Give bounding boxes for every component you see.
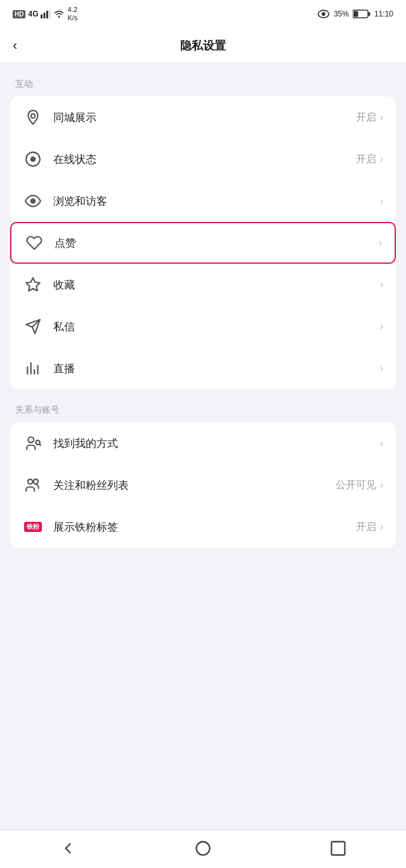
section-hudong: 互动 同城展示 开启 › 在线状态 开启 › xyxy=(0,79,406,389)
zhibo-label: 直播 xyxy=(53,361,376,376)
dianzan-label: 点赞 xyxy=(55,236,375,250)
menu-item-zaixian[interactable]: 在线状态 开启 › xyxy=(10,138,396,180)
liulan-label: 浏览和访客 xyxy=(53,194,376,209)
signal-4g: 4G xyxy=(28,10,38,18)
svg-rect-3 xyxy=(49,10,51,18)
menu-item-dianzan[interactable]: 点赞 › xyxy=(10,222,396,264)
bar-chart-icon xyxy=(23,358,43,379)
svg-point-13 xyxy=(32,200,34,202)
svg-point-25 xyxy=(196,841,209,855)
battery-icon xyxy=(353,10,370,18)
zaixian-chevron: › xyxy=(380,153,383,165)
zaixian-label: 在线状态 xyxy=(53,152,356,167)
eye-status-icon xyxy=(317,10,330,18)
svg-point-9 xyxy=(31,114,36,119)
message-icon xyxy=(23,316,43,337)
svg-point-20 xyxy=(28,437,34,443)
sixin-chevron: › xyxy=(380,321,383,332)
location-icon xyxy=(23,107,43,127)
svg-rect-8 xyxy=(353,11,358,17)
guanxi-card: 找到我的方式 › 关注和粉丝列表 公开可见 › 铁粉 展示铁粉标签 xyxy=(10,422,396,548)
status-left: HD 4G 4.2K/s xyxy=(13,6,77,22)
menu-item-shoucang[interactable]: 收藏 › xyxy=(10,264,396,306)
shoucang-chevron: › xyxy=(380,279,383,290)
hudong-card: 同城展示 开启 › 在线状态 开启 › xyxy=(10,96,396,222)
spacer xyxy=(0,548,406,830)
menu-item-tongcheng[interactable]: 同城展示 开启 › xyxy=(10,96,396,138)
guanzhu-chevron: › xyxy=(380,479,383,491)
battery-percent: 35% xyxy=(334,10,349,18)
nav-recent-button[interactable] xyxy=(319,836,357,861)
tongcheng-chevron: › xyxy=(380,112,383,123)
menu-item-guanzhu[interactable]: 关注和粉丝列表 公开可见 › xyxy=(10,464,396,506)
svg-marker-14 xyxy=(26,278,40,291)
tiefen-label: 展示铁粉标签 xyxy=(53,520,356,534)
header: ‹ 隐私设置 xyxy=(0,28,406,63)
nav-home-button[interactable] xyxy=(184,836,222,861)
liulan-chevron: › xyxy=(380,195,383,207)
tongcheng-value: 开启 xyxy=(356,111,376,124)
svg-line-22 xyxy=(39,444,41,446)
svg-rect-2 xyxy=(46,11,48,18)
guanzhu-label: 关注和粉丝列表 xyxy=(53,478,336,493)
guanzhu-value: 公开可见 xyxy=(336,479,376,492)
svg-rect-26 xyxy=(332,841,345,855)
svg-point-11 xyxy=(31,157,36,162)
section-title-guanxi: 关系与账号 xyxy=(0,405,406,422)
nav-back-button[interactable] xyxy=(49,836,87,861)
menu-item-liulan[interactable]: 浏览和访客 › xyxy=(10,180,396,222)
person-search-icon xyxy=(23,433,43,453)
status-right: 35% 11:10 xyxy=(317,10,393,18)
status-bar: HD 4G 4.2K/s 35% 11:10 xyxy=(0,0,406,28)
signal-bars-icon xyxy=(41,10,51,18)
hd-badge: HD xyxy=(13,10,25,18)
menu-item-zhaodao[interactable]: 找到我的方式 › xyxy=(10,422,396,464)
svg-point-5 xyxy=(322,12,325,16)
wifi-icon xyxy=(53,10,65,18)
tongcheng-label: 同城展示 xyxy=(53,110,356,125)
menu-item-sixin[interactable]: 私信 › xyxy=(10,306,396,347)
shoucang-label: 收藏 xyxy=(53,278,376,292)
section-guanxi: 关系与账号 找到我的方式 › xyxy=(0,405,406,548)
zhaodao-label: 找到我的方式 xyxy=(53,436,376,451)
svg-rect-1 xyxy=(44,13,46,18)
hudong-card-bottom: 收藏 › 私信 › xyxy=(10,264,396,389)
section-title-hudong: 互动 xyxy=(0,79,406,96)
menu-item-tiefen[interactable]: 铁粉 展示铁粉标签 开启 › xyxy=(10,506,396,548)
svg-point-24 xyxy=(34,479,39,484)
tiefen-value: 开启 xyxy=(356,521,376,534)
zhaodao-chevron: › xyxy=(380,437,383,449)
eye-icon xyxy=(23,191,43,211)
page-title: 隐私设置 xyxy=(180,38,226,53)
star-icon xyxy=(23,275,43,295)
tiefen-badge: 铁粉 xyxy=(24,522,42,532)
bottom-nav xyxy=(0,830,406,868)
clock: 11:10 xyxy=(374,10,393,18)
online-icon xyxy=(23,149,43,169)
dianzan-chevron: › xyxy=(379,237,382,249)
svg-rect-7 xyxy=(368,12,370,16)
heart-icon xyxy=(24,233,44,253)
persons-icon xyxy=(23,475,43,495)
tiefen-icon: 铁粉 xyxy=(23,517,43,537)
svg-point-23 xyxy=(28,479,33,484)
menu-item-zhibo[interactable]: 直播 › xyxy=(10,347,396,389)
sixin-label: 私信 xyxy=(53,320,376,334)
zaixian-value: 开启 xyxy=(356,153,376,166)
svg-rect-0 xyxy=(41,15,43,18)
tiefen-chevron: › xyxy=(380,521,383,533)
back-button[interactable]: ‹ xyxy=(13,37,17,54)
network-speed: 4.2K/s xyxy=(67,6,77,22)
zhibo-chevron: › xyxy=(380,363,383,374)
